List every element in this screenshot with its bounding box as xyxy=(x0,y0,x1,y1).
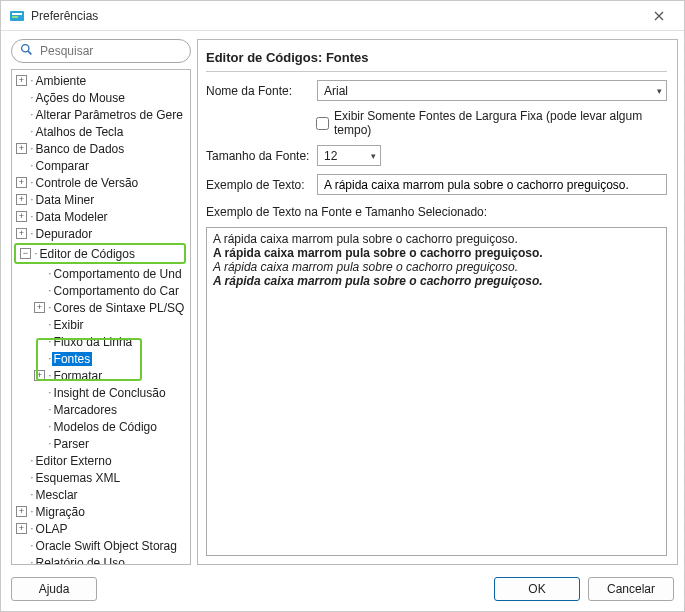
tree-item-comparar[interactable]: ··Comparar xyxy=(12,157,190,174)
tree-connector-icon: ·· xyxy=(30,557,32,565)
preview-box: A rápida caixa marrom pula sobre o cacho… xyxy=(206,227,667,556)
tree-item-formatar[interactable]: +··Formatar xyxy=(12,367,190,384)
tree-item-comportamento-do-car[interactable]: ··Comportamento do Car xyxy=(12,282,190,299)
tree-item-a-es-do-mouse[interactable]: ··Ações do Mouse xyxy=(12,89,190,106)
leaf-icon[interactable] xyxy=(16,92,27,103)
tree-item-olap[interactable]: +··OLAP xyxy=(12,520,190,537)
tree-item-comportamento-de-und[interactable]: ··Comportamento de Und xyxy=(12,265,190,282)
leaf-icon[interactable] xyxy=(34,438,45,449)
leaf-icon[interactable] xyxy=(16,109,27,120)
tree-item-marcadores[interactable]: ··Marcadores xyxy=(12,401,190,418)
tree-item-controle-de-vers-o[interactable]: +··Controle de Versão xyxy=(12,174,190,191)
tree-item-label: Depurador xyxy=(34,227,95,241)
tree-connector-icon: ·· xyxy=(30,194,32,205)
tree-connector-icon: ·· xyxy=(30,177,32,188)
nav-tree[interactable]: +··Ambiente··Ações do Mouse··Alterar Par… xyxy=(11,69,191,565)
tree-item-data-miner[interactable]: +··Data Miner xyxy=(12,191,190,208)
tree-item-migra-o[interactable]: +··Migração xyxy=(12,503,190,520)
expand-icon[interactable]: + xyxy=(34,302,45,313)
leaf-icon[interactable] xyxy=(16,557,27,565)
leaf-icon[interactable] xyxy=(34,404,45,415)
leaf-icon[interactable] xyxy=(16,472,27,483)
tree-item-alterar-par-metros-de-gere[interactable]: ··Alterar Parâmetros de Gere xyxy=(12,106,190,123)
app-icon xyxy=(9,8,25,24)
tree-item-esquemas-xml[interactable]: ··Esquemas XML xyxy=(12,469,190,486)
tree-item-editor-de-c-digos[interactable]: −··Editor de Códigos xyxy=(16,245,182,262)
tree-connector-icon: ·· xyxy=(30,523,32,534)
tree-item-banco-de-dados[interactable]: +··Banco de Dados xyxy=(12,140,190,157)
font-size-row: Tamanho da Fonte: 12 ▾ xyxy=(206,145,667,166)
expand-icon[interactable]: + xyxy=(16,177,27,188)
collapse-icon[interactable]: − xyxy=(20,248,31,259)
tree-connector-icon: ·· xyxy=(30,109,32,120)
tree-item-atalhos-de-tecla[interactable]: ··Atalhos de Tecla xyxy=(12,123,190,140)
expand-icon[interactable]: + xyxy=(16,75,27,86)
leaf-icon[interactable] xyxy=(34,421,45,432)
tree-connector-icon: ·· xyxy=(30,126,32,137)
leaf-icon[interactable] xyxy=(16,126,27,137)
search-input[interactable] xyxy=(38,43,192,59)
leaf-icon[interactable] xyxy=(34,268,45,279)
tree-item-relat-rio-de-uso[interactable]: ··Relatório de Uso xyxy=(12,554,190,565)
expand-icon[interactable]: + xyxy=(16,211,27,222)
tree-connector-icon: ·· xyxy=(34,248,36,259)
tree-item-modelos-de-c-digo[interactable]: ··Modelos de Código xyxy=(12,418,190,435)
leaf-icon[interactable] xyxy=(34,353,45,364)
sample-text-input[interactable] xyxy=(317,174,667,195)
expand-icon[interactable]: + xyxy=(16,506,27,517)
tree-item-insight-de-conclus-o[interactable]: ··Insight de Conclusão xyxy=(12,384,190,401)
leaf-icon[interactable] xyxy=(34,319,45,330)
leaf-icon[interactable] xyxy=(16,160,27,171)
tree-item-editor-externo[interactable]: ··Editor Externo xyxy=(12,452,190,469)
tree-item-label: Marcadores xyxy=(52,403,119,417)
expand-icon[interactable]: + xyxy=(34,370,45,381)
leaf-icon[interactable] xyxy=(34,336,45,347)
tree-item-label: Esquemas XML xyxy=(34,471,123,485)
tree-item-label: Ambiente xyxy=(34,74,89,88)
tree-item-label: Parser xyxy=(52,437,91,451)
tree-item-exibir[interactable]: ··Exibir xyxy=(12,316,190,333)
leaf-icon[interactable] xyxy=(34,387,45,398)
close-button[interactable] xyxy=(642,5,676,27)
tree-item-fontes[interactable]: ··Fontes xyxy=(12,350,190,367)
tree-item-label: Formatar xyxy=(52,369,105,383)
search-field[interactable] xyxy=(11,39,191,63)
expand-icon[interactable]: + xyxy=(16,523,27,534)
leaf-icon[interactable] xyxy=(16,540,27,551)
cancel-button[interactable]: Cancelar xyxy=(588,577,674,601)
font-size-select[interactable]: 12 ▾ xyxy=(317,145,381,166)
expand-icon[interactable]: + xyxy=(16,143,27,154)
help-button[interactable]: Ajuda xyxy=(11,577,97,601)
left-panel: +··Ambiente··Ações do Mouse··Alterar Par… xyxy=(11,39,191,565)
tree-item-cores-de-sintaxe-pl-sq[interactable]: +··Cores de Sintaxe PL/SQ xyxy=(12,299,190,316)
tree-item-parser[interactable]: ··Parser xyxy=(12,435,190,452)
svg-line-4 xyxy=(28,51,31,54)
expand-icon[interactable]: + xyxy=(16,194,27,205)
search-icon xyxy=(20,43,33,59)
tree-connector-icon: ·· xyxy=(30,211,32,222)
expand-icon[interactable]: + xyxy=(16,228,27,239)
tree-item-depurador[interactable]: +··Depurador xyxy=(12,225,190,242)
tree-item-label: Fluxo da Linha xyxy=(52,335,135,349)
window-title: Preferências xyxy=(31,9,642,23)
tree-item-oracle-swift-object-storag[interactable]: ··Oracle Swift Object Storag xyxy=(12,537,190,554)
tree-item-label: Modelos de Código xyxy=(52,420,159,434)
tree-item-label: Editor Externo xyxy=(34,454,114,468)
tree-item-fluxo-da-linha[interactable]: ··Fluxo da Linha xyxy=(12,333,190,350)
tree-connector-icon: ·· xyxy=(30,489,32,500)
leaf-icon[interactable] xyxy=(16,455,27,466)
tree-item-ambiente[interactable]: +··Ambiente xyxy=(12,72,190,89)
fixed-width-checkbox[interactable] xyxy=(316,117,329,130)
tree-item-label: Mesclar xyxy=(34,488,80,502)
preview-line-bold: A rápida caixa marrom pula sobre o cacho… xyxy=(213,246,660,260)
tree-item-data-modeler[interactable]: +··Data Modeler xyxy=(12,208,190,225)
font-name-select[interactable]: Arial ▾ xyxy=(317,80,667,101)
leaf-icon[interactable] xyxy=(34,285,45,296)
chevron-down-icon: ▾ xyxy=(371,151,376,161)
tree-connector-icon: ·· xyxy=(48,421,50,432)
preview-line-bold-italic: A rápida caixa marrom pula sobre o cacho… xyxy=(213,274,660,288)
ok-button[interactable]: OK xyxy=(494,577,580,601)
tree-item-mesclar[interactable]: ··Mesclar xyxy=(12,486,190,503)
tree-item-label: Relatório de Uso xyxy=(34,556,127,566)
leaf-icon[interactable] xyxy=(16,489,27,500)
